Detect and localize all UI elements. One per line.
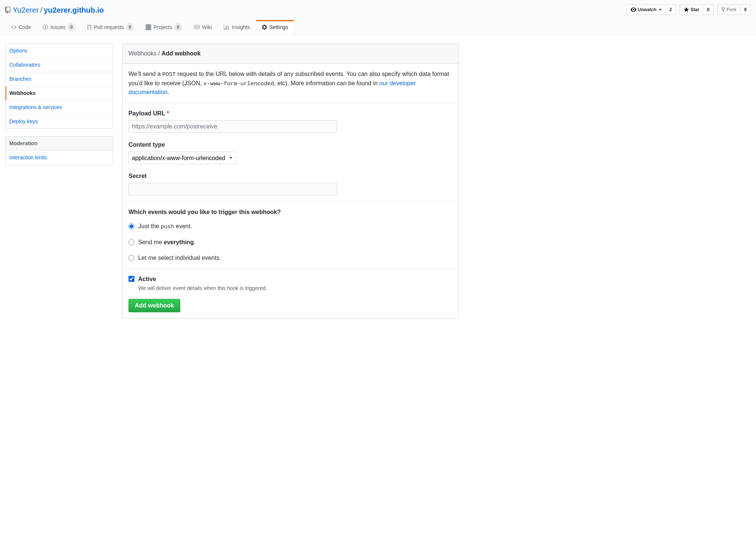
event-radio-individual[interactable]: [128, 255, 134, 261]
gear-icon: [262, 24, 267, 30]
eye-icon: [630, 7, 636, 13]
sidebar-item-collaborators[interactable]: Collaborators: [6, 58, 113, 72]
settings-sidebar: Options Collaborators Branches Webhooks …: [5, 44, 113, 129]
star-icon: [684, 7, 689, 13]
active-checkbox-row[interactable]: Active We will deliver event details whe…: [128, 275, 452, 292]
active-label: Active: [138, 276, 156, 282]
sidebar-item-deploy-keys[interactable]: Deploy keys: [6, 115, 113, 128]
breadcrumb-webhooks-link[interactable]: Webhooks: [128, 50, 156, 57]
events-heading: Which events would you like to trigger t…: [128, 208, 452, 217]
projects-count: 0: [174, 23, 182, 31]
event-option-individual[interactable]: Let me select individual events.: [128, 254, 452, 262]
repo-owner-link[interactable]: Yu2erer: [13, 4, 39, 16]
unwatch-button[interactable]: Unwatch: [626, 4, 666, 15]
fork-button[interactable]: Fork: [717, 4, 740, 15]
repo-icon: [5, 7, 10, 13]
breadcrumb-current: Add webhook: [162, 50, 201, 57]
stargazers-count[interactable]: 0: [703, 4, 714, 15]
pulls-count: 0: [126, 23, 134, 31]
tab-projects[interactable]: Projects 0: [140, 20, 188, 34]
active-checkbox[interactable]: [128, 276, 134, 282]
event-radio-push[interactable]: [128, 223, 134, 229]
payload-url-label: Payload URL *: [128, 109, 452, 118]
tab-code[interactable]: Code: [5, 20, 37, 34]
sidebar-item-options[interactable]: Options: [6, 44, 113, 58]
moderation-heading: Moderation: [6, 137, 113, 151]
content-type-label: Content type: [128, 140, 452, 149]
secret-input[interactable]: [128, 183, 337, 195]
graph-icon: [224, 24, 230, 30]
repo-title: Yu2erer / yu2erer.github.io: [5, 4, 104, 16]
moderation-sidebar: Moderation Interaction limits: [5, 136, 113, 165]
tab-pulls[interactable]: Pull requests 0: [81, 20, 140, 34]
issues-count: 0: [68, 23, 75, 31]
code-icon: [11, 24, 16, 30]
caret-down-icon: [659, 9, 662, 10]
sidebar-item-interaction-limits[interactable]: Interaction limits: [6, 151, 113, 165]
sidebar-item-webhooks[interactable]: Webhooks: [6, 86, 113, 101]
active-note: We will deliver event details when this …: [138, 284, 267, 292]
event-option-everything[interactable]: Send me everything.: [128, 238, 452, 247]
sidebar-item-branches[interactable]: Branches: [6, 72, 113, 86]
event-option-push[interactable]: Just the push event.: [128, 222, 452, 231]
add-webhook-button[interactable]: Add webhook: [128, 299, 180, 312]
tab-wiki[interactable]: Wiki: [188, 20, 217, 34]
secret-label: Secret: [128, 172, 452, 181]
fork-icon: [721, 7, 725, 13]
sidebar-item-integrations[interactable]: Integrations & services: [6, 101, 113, 115]
pull-request-icon: [87, 24, 92, 30]
payload-url-input[interactable]: [128, 120, 337, 133]
project-icon: [146, 24, 151, 30]
repo-nav: Code Issues 0 Pull requests 0 Projects 0…: [5, 20, 751, 34]
book-icon: [194, 24, 200, 30]
intro-text: We'll send a POST request to the URL bel…: [128, 70, 452, 97]
tab-issues[interactable]: Issues 0: [37, 20, 81, 34]
star-button[interactable]: Star: [680, 4, 703, 15]
forks-count[interactable]: 0: [740, 4, 751, 15]
breadcrumb: Webhooks / Add webhook: [123, 44, 458, 64]
watchers-count[interactable]: 2: [666, 4, 676, 15]
content-type-select[interactable]: application/x-www-form-urlencoded: [128, 152, 236, 164]
event-radio-everything[interactable]: [128, 239, 134, 245]
tab-settings[interactable]: Settings: [256, 20, 294, 34]
repo-name-link[interactable]: yu2erer.github.io: [44, 4, 104, 16]
issue-icon: [43, 24, 48, 30]
tab-insights[interactable]: Insights: [218, 20, 256, 34]
